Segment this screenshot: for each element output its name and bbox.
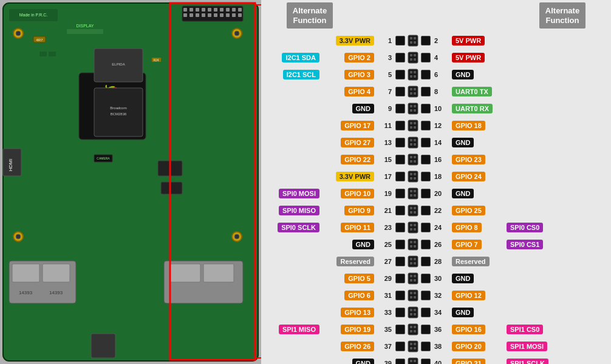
- pin-dot-left: [395, 36, 405, 46]
- pin-dot-left: [395, 257, 405, 266]
- left-gpio-chip: GND: [352, 104, 374, 113]
- right-pin-number: 18: [432, 173, 449, 180]
- pin-row: GPIO 2713 14GND: [261, 135, 611, 150]
- pinout-header: AlternateFunction AlternateFunction: [261, 0, 611, 31]
- connector-center: [407, 238, 419, 251]
- svg-rect-84: [408, 86, 418, 97]
- svg-rect-54: [12, 264, 39, 282]
- left-pin-number: 1: [377, 37, 394, 44]
- left-gpio-chip: GPIO 4: [344, 87, 374, 96]
- pin-row: I2C1 SDAGPIO 23 45V PWR: [261, 50, 611, 66]
- connector-right: [419, 87, 432, 96]
- svg-rect-32: [220, 13, 224, 17]
- right-alt-func: SPI1 CS0: [504, 325, 565, 334]
- right-pin-number: 10: [432, 105, 449, 112]
- connector-left: [394, 121, 407, 130]
- svg-rect-93: [414, 109, 416, 112]
- svg-rect-163: [414, 347, 416, 349]
- right-alt-func: SPI0 CS0: [504, 223, 565, 232]
- right-gpio-chip: 5V PWR: [452, 53, 485, 62]
- pin-row: Reserved27 28Reserved: [261, 254, 611, 269]
- pin-dot-left: [395, 87, 405, 96]
- svg-rect-79: [408, 69, 418, 80]
- connector-right: [419, 308, 432, 317]
- svg-rect-19: [202, 8, 205, 12]
- svg-rect-151: [414, 309, 416, 311]
- connector-right: [419, 223, 432, 232]
- svg-rect-122: [410, 211, 412, 214]
- pin-dot-left: [395, 342, 405, 351]
- pin-dot-left: [395, 223, 405, 232]
- svg-rect-114: [408, 188, 418, 199]
- svg-rect-119: [408, 205, 418, 216]
- svg-rect-125: [410, 224, 412, 226]
- connector-left: [394, 342, 407, 351]
- right-gpio-label: GPIO 21: [449, 359, 504, 364]
- right-gpio-chip: GPIO 23: [452, 155, 485, 164]
- pin-dot-right: [421, 342, 431, 351]
- left-alt-chip: I2C1 SCL: [283, 70, 319, 79]
- left-gpio-chip: GPIO 9: [344, 206, 374, 215]
- svg-rect-23: [226, 8, 230, 12]
- left-pin-number: 35: [377, 326, 394, 333]
- svg-rect-166: [414, 360, 416, 362]
- left-pin-number: 3: [377, 54, 394, 61]
- svg-rect-76: [414, 54, 416, 56]
- pin-row: SPI0 MOSIGPIO 1019 20GND: [261, 186, 611, 201]
- svg-rect-143: [414, 279, 416, 281]
- right-pin-number: 22: [432, 207, 449, 214]
- svg-rect-112: [410, 177, 412, 180]
- pins-container: 3.3V PWR1 25V PWRI2C1 SDAGPIO 23 45V PWR…: [261, 31, 611, 364]
- connector-center: [407, 187, 419, 200]
- connector-right: [419, 53, 432, 62]
- pin-dot-left: [395, 206, 405, 215]
- connector-left: [394, 70, 407, 79]
- right-gpio-chip: GPIO 24: [452, 172, 485, 181]
- left-alt-func-label: AlternateFunction: [287, 2, 333, 29]
- pin-dot-left: [395, 53, 405, 62]
- svg-rect-123: [414, 211, 416, 214]
- connector-center: [407, 136, 419, 149]
- left-pin-number: 33: [377, 309, 394, 316]
- right-gpio-label: GPIO 18: [449, 121, 504, 130]
- left-pin-number: 9: [377, 105, 394, 112]
- pin-row: GND39 40GPIO 21SPI1 SCLK: [261, 356, 611, 364]
- svg-rect-35: [238, 13, 242, 17]
- left-pin-number: 27: [377, 258, 394, 265]
- left-gpio-label: GPIO 6: [322, 291, 377, 300]
- right-gpio-chip: GPIO 16: [452, 325, 485, 334]
- svg-rect-28: [196, 13, 199, 17]
- svg-rect-109: [408, 171, 418, 182]
- connector-left: [394, 206, 407, 215]
- pinout-area: AlternateFunction AlternateFunction 3.3V…: [261, 0, 611, 364]
- svg-rect-78: [414, 58, 416, 61]
- right-pin-number: 26: [432, 241, 449, 248]
- left-pin-number: 13: [377, 139, 394, 146]
- connector-center: [407, 306, 419, 318]
- svg-rect-140: [410, 275, 412, 277]
- svg-rect-20: [208, 8, 211, 12]
- connector-right: [419, 121, 432, 130]
- left-gpio-chip: GPIO 26: [341, 342, 374, 351]
- svg-rect-135: [410, 258, 412, 260]
- svg-rect-138: [414, 262, 416, 265]
- right-alt-func: SPI1 MOSI: [504, 342, 565, 351]
- svg-rect-117: [410, 194, 412, 197]
- svg-rect-55: [43, 264, 70, 282]
- right-pin-number: 16: [432, 156, 449, 163]
- svg-rect-74: [408, 52, 418, 63]
- connector-right: [419, 257, 432, 266]
- board-area: Made in P.R.C. DISPLAY 4R7: [0, 0, 261, 364]
- svg-text:Made in P.R.C.: Made in P.R.C.: [19, 13, 48, 17]
- svg-rect-75: [410, 54, 412, 56]
- right-gpio-chip: GPIO 8: [452, 223, 482, 232]
- svg-rect-100: [410, 139, 412, 141]
- svg-rect-85: [410, 88, 412, 90]
- pin-dot-right: [421, 223, 431, 232]
- svg-rect-113: [414, 177, 416, 180]
- svg-rect-164: [408, 358, 418, 364]
- svg-rect-156: [414, 326, 416, 328]
- svg-rect-80: [410, 71, 412, 73]
- connector-right: [419, 155, 432, 164]
- svg-rect-69: [408, 35, 418, 46]
